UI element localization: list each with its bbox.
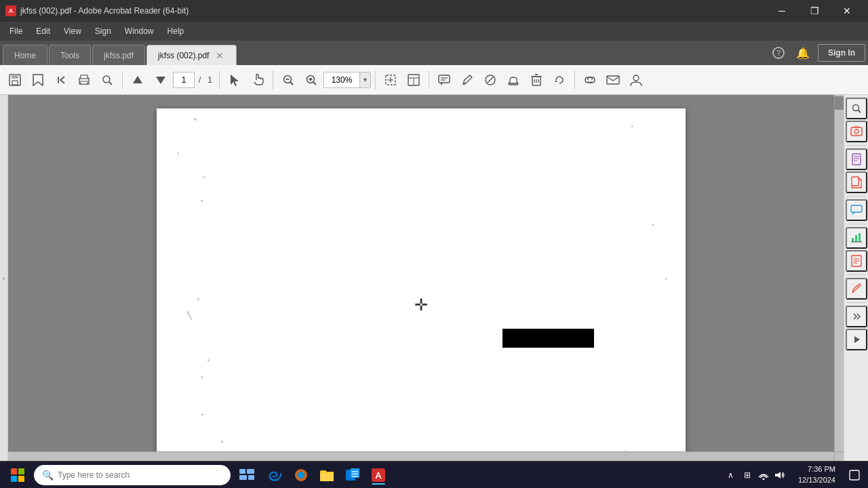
print-button[interactable]: [73, 69, 95, 91]
rp-draw-button[interactable]: [846, 278, 867, 300]
acrobat-button[interactable]: A: [366, 464, 391, 486]
menu-sign[interactable]: Sign: [88, 24, 118, 39]
zoom-dropdown-arrow[interactable]: ▾: [359, 73, 370, 87]
nav-up-button[interactable]: [127, 69, 149, 91]
svg-rect-4: [12, 81, 18, 85]
prev-doc-button[interactable]: [50, 69, 72, 91]
notification-button[interactable]: [844, 462, 865, 489]
help-button[interactable]: ?: [769, 43, 788, 62]
zoom-out-button[interactable]: [277, 69, 299, 91]
rp-chart-button[interactable]: [846, 227, 867, 249]
markup-button[interactable]: [479, 69, 501, 91]
comment-button[interactable]: [433, 69, 455, 91]
close-button[interactable]: ✕: [831, 0, 863, 22]
left-panel-toggle[interactable]: ›: [0, 95, 8, 461]
menu-view[interactable]: View: [57, 24, 88, 39]
win-icon-blue: [11, 476, 17, 482]
rotate-button[interactable]: [549, 69, 570, 91]
tray-network-icon[interactable]: [756, 468, 771, 483]
email-button[interactable]: [602, 69, 624, 91]
zoom-input[interactable]: [324, 73, 359, 87]
task-view-button[interactable]: [232, 462, 262, 489]
page-input[interactable]: 1: [173, 72, 195, 88]
window-controls: ─ ❐ ✕: [766, 0, 863, 22]
menu-file[interactable]: File: [3, 24, 29, 39]
tab-home[interactable]: Home: [3, 45, 47, 65]
pencil-button[interactable]: [456, 69, 478, 91]
tray-volume-icon[interactable]: [772, 468, 787, 483]
svg-rect-47: [851, 127, 862, 136]
select-tool-button[interactable]: [224, 69, 245, 91]
tab-jkfss[interactable]: jkfss.pdf: [92, 45, 145, 65]
svg-rect-28: [439, 75, 450, 83]
svg-rect-57: [852, 238, 854, 242]
user-button[interactable]: [625, 69, 647, 91]
zoom-in-button[interactable]: [300, 69, 322, 91]
tools2-icon: [408, 74, 420, 86]
taskbar-search-box[interactable]: 🔍: [34, 465, 231, 485]
user-icon: [630, 73, 642, 87]
rp-export-button[interactable]: [846, 171, 867, 193]
bell-icon: 🔔: [796, 47, 810, 60]
explorer-button[interactable]: [315, 464, 339, 486]
delete-button[interactable]: [526, 69, 547, 91]
tray-arrow-icon[interactable]: ∧: [724, 468, 738, 483]
taskbar-search-input[interactable]: [58, 470, 222, 480]
rp-document-button[interactable]: [846, 148, 867, 170]
zoom-enhance-button[interactable]: [96, 69, 118, 91]
link-button[interactable]: [579, 69, 601, 91]
svg-line-11: [109, 82, 112, 85]
sign-in-button[interactable]: Sign In: [818, 44, 865, 62]
clock-date: 12/13/2024: [798, 475, 835, 485]
nav-down-button[interactable]: [150, 69, 172, 91]
minimize-button[interactable]: ─: [766, 0, 797, 22]
taskbar-clock[interactable]: 7:36 PM 12/13/2024: [793, 464, 841, 485]
app-icon: A: [5, 5, 16, 16]
svg-rect-68: [248, 475, 254, 480]
tab-close-button[interactable]: ✕: [214, 50, 225, 61]
main-area: › ╲: [0, 95, 868, 461]
rp-arrow-button[interactable]: [846, 329, 867, 350]
tools2-button[interactable]: [403, 69, 425, 91]
menu-help[interactable]: Help: [161, 24, 191, 39]
tab-jkfss002[interactable]: jkfss (002).pdf ✕: [146, 45, 237, 65]
marquee-zoom-button[interactable]: [380, 69, 401, 91]
rp-comment-button[interactable]: [846, 199, 867, 221]
save-icon: [8, 73, 22, 87]
rp-sep-1: [847, 145, 866, 146]
svg-marker-5: [33, 75, 43, 85]
firefox-button[interactable]: [289, 464, 313, 486]
tab-tools[interactable]: Tools: [49, 45, 91, 65]
svg-rect-71: [320, 472, 334, 481]
tab-bar: Home Tools jkfss.pdf jkfss (002).pdf ✕ ?…: [0, 41, 868, 65]
save-button[interactable]: [4, 69, 26, 91]
start-button[interactable]: [3, 462, 33, 489]
scroll-thumb[interactable]: [835, 96, 844, 110]
menu-edit[interactable]: Edit: [29, 24, 57, 39]
rp-export-icon: [850, 176, 863, 188]
pdf-viewport[interactable]: ╲ ✛ ANY RUN: [8, 95, 844, 461]
svg-rect-74: [352, 471, 358, 472]
menu-window[interactable]: Window: [118, 24, 161, 39]
rp-photo-button[interactable]: [846, 121, 867, 142]
pdf-page: ╲ ✛ ANY RUN: [157, 108, 686, 451]
taskbar-search-icon: 🔍: [42, 470, 54, 481]
notifications-button[interactable]: 🔔: [793, 43, 812, 62]
horizontal-scrollbar[interactable]: [8, 451, 834, 461]
svg-rect-66: [247, 469, 254, 474]
rp-export2-button[interactable]: [846, 250, 867, 272]
bookmark-button[interactable]: [27, 69, 49, 91]
win-icon-green: [18, 468, 24, 474]
outlook-button[interactable]: [340, 464, 365, 486]
tray-usb-icon[interactable]: ⊞: [740, 468, 755, 483]
acrobat-icon: A: [371, 468, 386, 483]
system-tray: ∧ ⊞: [721, 468, 790, 483]
vertical-scrollbar[interactable]: [834, 95, 844, 451]
hand-tool-button[interactable]: [247, 69, 269, 91]
edge-button[interactable]: [263, 464, 288, 486]
rp-search-button[interactable]: [846, 98, 867, 119]
stamp-button[interactable]: [502, 69, 524, 91]
notification-icon: [849, 470, 860, 481]
restore-button[interactable]: ❐: [799, 0, 830, 22]
rp-chevrons-button[interactable]: [846, 306, 867, 327]
